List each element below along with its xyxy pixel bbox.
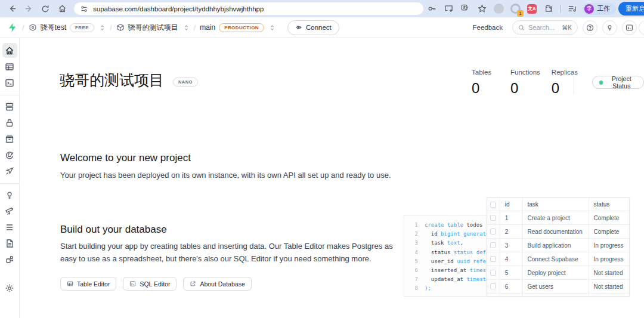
sidebar xyxy=(0,38,20,318)
line-number: 5 xyxy=(410,257,418,266)
table-cell: Build application xyxy=(523,239,589,252)
column-header: status xyxy=(589,198,629,211)
sidebar-item-logs[interactable] xyxy=(2,220,17,234)
checkbox-icon xyxy=(490,242,496,248)
build-heading: Build out your database xyxy=(60,224,167,236)
breadcrumb-branch[interactable]: main PRODUCTION xyxy=(200,23,275,32)
assistant-terminal-button[interactable] xyxy=(622,20,637,35)
sidebar-item-reports[interactable] xyxy=(2,203,17,218)
sidebar-item-project-settings[interactable] xyxy=(2,280,17,295)
address-bar[interactable]: supabase.com/dashboard/project/tyddhhybj… xyxy=(74,2,423,15)
url-text[interactable]: supabase.com/dashboard/project/tyddhhybj… xyxy=(93,5,264,13)
app-header: / 骁哥test FREE / 骁哥的测试项目 / main PRODUCTIO… xyxy=(0,17,644,38)
extension-badged-icon[interactable]: 1 xyxy=(508,2,522,16)
sql-code: create table todos ( xyxy=(425,221,489,230)
extension-disabled-icon[interactable] xyxy=(491,2,506,16)
project-status-label: Project Status xyxy=(606,75,637,89)
table-cell: 5 xyxy=(500,266,523,279)
reload-icon[interactable] xyxy=(38,2,52,16)
sidebar-item-table-editor[interactable] xyxy=(2,59,17,74)
sidebar-item-integrations[interactable] xyxy=(2,252,17,267)
table-cell: Complete xyxy=(589,225,629,238)
table-cell: In progress xyxy=(589,239,629,252)
stat-value: 0 xyxy=(472,80,499,97)
sidebar-item-storage[interactable] xyxy=(2,131,17,146)
table-header-row: idtaskstatus xyxy=(487,198,629,211)
page-title: 骁哥的测试项目 xyxy=(60,70,164,90)
browser-profile-chip[interactable]: 李 工作 xyxy=(583,3,616,15)
translate-extension-icon[interactable]: 文A xyxy=(525,2,539,16)
about-database-button[interactable]: About Database xyxy=(183,277,251,291)
table-cell: 7 xyxy=(500,294,523,297)
search-input[interactable]: Search... ⌘K xyxy=(512,20,578,35)
advisors-lightbulb-button[interactable] xyxy=(602,20,617,35)
checkbox-icon xyxy=(490,229,496,234)
home-icon[interactable] xyxy=(55,2,69,16)
sidebar-item-advisors[interactable] xyxy=(2,187,17,202)
todos-table-preview: idtaskstatus1Create a projectComplete2Re… xyxy=(487,197,630,297)
checkbox-icon xyxy=(490,215,496,221)
sidebar-item-authentication[interactable] xyxy=(2,115,17,130)
checkbox-cell xyxy=(487,239,500,252)
line-number: 6 xyxy=(410,266,418,275)
table-editor-button[interactable]: Table Editor xyxy=(60,277,116,291)
project-switcher-icon[interactable] xyxy=(183,24,190,31)
toolbar-divider xyxy=(560,5,561,13)
sidebar-divider xyxy=(0,183,20,184)
branch-switcher-icon[interactable] xyxy=(269,24,275,31)
profile-name: 工作 xyxy=(597,4,610,13)
forward-icon[interactable] xyxy=(21,2,36,16)
column-header: task xyxy=(523,198,589,211)
help-button[interactable] xyxy=(583,20,597,35)
screen: supabase.com/dashboard/project/tyddhhybj… xyxy=(0,0,644,318)
sidebar-item-realtime[interactable] xyxy=(2,147,17,162)
checkbox-cell xyxy=(487,294,500,297)
table-editor-label: Table Editor xyxy=(77,280,110,288)
welcome-heading: Welcome to your new project xyxy=(60,152,191,164)
column-header: id xyxy=(500,198,523,211)
table-cell: Complete xyxy=(589,211,629,224)
sql-editor-button[interactable]: SQL Editor xyxy=(123,277,177,291)
checkbox-icon xyxy=(490,270,496,276)
sql-editor-label: SQL Editor xyxy=(140,280,170,288)
supabase-logo-icon[interactable] xyxy=(7,22,18,33)
tab-list-icon[interactable] xyxy=(565,2,579,16)
project-stats: Tables0Functions0Replicas0 xyxy=(472,69,579,97)
table-row: 7Upgrade to ProNot started xyxy=(487,294,629,297)
sidebar-item-database[interactable] xyxy=(2,99,17,114)
table-cell: Not started xyxy=(589,294,629,297)
feedback-button[interactable]: Feedback xyxy=(472,24,503,31)
project-status-button[interactable]: Project Status xyxy=(592,76,644,89)
breadcrumb-separator: / xyxy=(110,23,112,32)
connect-label: Connect xyxy=(306,24,332,31)
sidebar-item-sql-editor[interactable] xyxy=(2,75,17,90)
sidebar-item-api-docs[interactable] xyxy=(2,236,17,251)
back-icon[interactable] xyxy=(5,2,19,16)
sidebar-item-edge-functions[interactable] xyxy=(2,163,17,178)
connect-button[interactable]: Connect xyxy=(287,20,339,35)
external-link-icon xyxy=(190,280,196,287)
extensions-puzzle-icon[interactable] xyxy=(541,2,556,16)
stat-functions: Functions0 xyxy=(510,69,540,97)
stat-value: 0 xyxy=(552,80,579,97)
table-cell: In progress xyxy=(589,252,629,265)
about-database-label: About Database xyxy=(200,280,244,288)
browser-restart-button[interactable]: 重新启动 xyxy=(618,2,644,16)
org-switcher-icon[interactable] xyxy=(99,24,106,31)
breadcrumb-org[interactable]: 骁哥test FREE xyxy=(29,23,106,33)
checkbox-icon xyxy=(490,283,496,289)
bookmark-star-icon[interactable] xyxy=(475,2,489,16)
extension-badge: 1 xyxy=(517,10,524,17)
install-app-icon[interactable] xyxy=(441,2,456,16)
site-info-icon[interactable] xyxy=(80,5,88,13)
breadcrumb-project[interactable]: 骁哥的测试项目 xyxy=(116,23,190,33)
password-key-icon[interactable] xyxy=(425,2,439,16)
checkbox-cell xyxy=(487,198,500,211)
header-actions: Feedback Search... ⌘K xyxy=(472,20,637,35)
build-body: Start building your app by creating tabl… xyxy=(60,240,397,265)
table-cell: 6 xyxy=(500,280,523,293)
checkbox-icon xyxy=(490,256,496,262)
sidebar-item-home[interactable] xyxy=(2,43,17,58)
table-cell: Deploy project xyxy=(523,266,589,279)
translate-icon[interactable] xyxy=(458,2,472,16)
